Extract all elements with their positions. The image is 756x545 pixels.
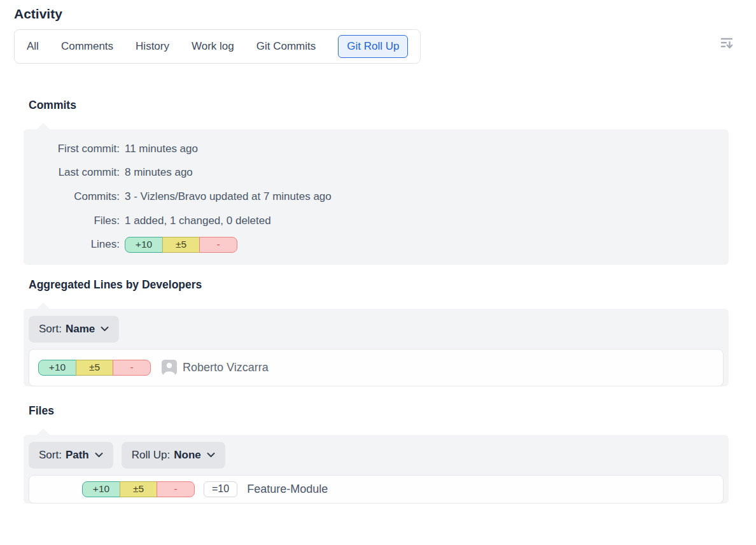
person-icon <box>162 360 177 375</box>
lines-changed-badge: ±5 <box>162 237 200 253</box>
lines-badge: +10 ±5 - <box>38 360 151 376</box>
panel-pointer <box>37 302 50 309</box>
activity-tabbar: All Comments History Work log Git Commit… <box>14 29 421 64</box>
commit-row-label: Lines: <box>24 238 120 251</box>
rollup-label: Roll Up: <box>132 449 170 462</box>
lines-changed-badge: ±5 <box>76 360 114 376</box>
lines-added-badge: +10 <box>82 481 120 497</box>
commit-row-value: 3 - Vizlens/Bravo updated at 7 minutes a… <box>125 190 729 203</box>
chevron-down-icon <box>101 326 109 332</box>
tab-history[interactable]: History <box>136 36 169 57</box>
commits-summary: First commit: 11 minutes ago Last commit… <box>24 129 729 265</box>
lines-changed-badge: ±5 <box>120 481 158 497</box>
lines-badge: +10 ±5 - <box>125 237 237 253</box>
sort-descending-icon[interactable] <box>719 34 736 51</box>
sort-label: Sort: <box>39 449 62 462</box>
developers-sort-dropdown[interactable]: Sort: Name <box>29 316 119 343</box>
page-title: Activity <box>14 6 742 22</box>
lines-added-badge: +10 <box>38 360 76 376</box>
tab-work-log[interactable]: Work log <box>192 36 234 57</box>
commit-row-label: Last commit: <box>24 166 120 179</box>
tab-git-roll-up[interactable]: Git Roll Up <box>338 35 408 58</box>
file-name: Feature-Module <box>247 483 328 496</box>
lines-total-badge: =10 <box>204 481 237 497</box>
commit-row-value: 11 minutes ago <box>125 143 729 155</box>
sort-label: Sort: <box>39 323 62 336</box>
files-panel: Sort: Path Roll Up: None +10 ±5 - =10 <box>24 435 729 504</box>
commit-row-label: Commits: <box>24 190 120 203</box>
sort-value: Name <box>66 323 95 336</box>
activity-panel: Activity All Comments History Work log G… <box>0 0 756 504</box>
panel-pointer <box>37 428 50 435</box>
chevron-down-icon <box>95 452 103 458</box>
tab-git-commits[interactable]: Git Commits <box>256 36 316 57</box>
commit-row-label: Files: <box>24 215 120 227</box>
chevron-down-icon <box>207 452 215 458</box>
developers-panel: Sort: Name +10 ±5 - Roberto Vizcarra <box>24 309 729 386</box>
lines-deleted-badge: - <box>199 237 237 253</box>
commit-row-label: First commit: <box>24 143 120 155</box>
files-sort-dropdown[interactable]: Sort: Path <box>29 442 113 469</box>
commit-row-value: 8 minutes ago <box>125 166 729 179</box>
lines-added-badge: +10 <box>125 237 163 253</box>
tab-comments[interactable]: Comments <box>61 36 113 57</box>
developer-name: Roberto Vizcarra <box>183 361 269 374</box>
avatar <box>162 360 177 375</box>
lines-badge: +10 ±5 - <box>82 481 195 497</box>
commits-panel: First commit: 11 minutes ago Last commit… <box>24 129 729 265</box>
commits-heading: Commits <box>29 99 742 112</box>
file-row[interactable]: +10 ±5 - =10 Feature-Module <box>29 475 724 504</box>
lines-deleted-badge: - <box>113 360 151 376</box>
files-heading: Files <box>29 404 742 418</box>
developer-row[interactable]: +10 ±5 - Roberto Vizcarra <box>29 349 724 386</box>
commit-row-value: 1 added, 1 changed, 0 deleted <box>125 215 729 227</box>
developers-heading: Aggregated Lines by Developers <box>29 278 742 292</box>
files-rollup-dropdown[interactable]: Roll Up: None <box>122 442 225 469</box>
sort-value: Path <box>66 449 89 462</box>
rollup-value: None <box>174 449 201 462</box>
tab-all[interactable]: All <box>27 36 39 57</box>
lines-deleted-badge: - <box>157 481 195 497</box>
panel-pointer <box>37 123 50 129</box>
